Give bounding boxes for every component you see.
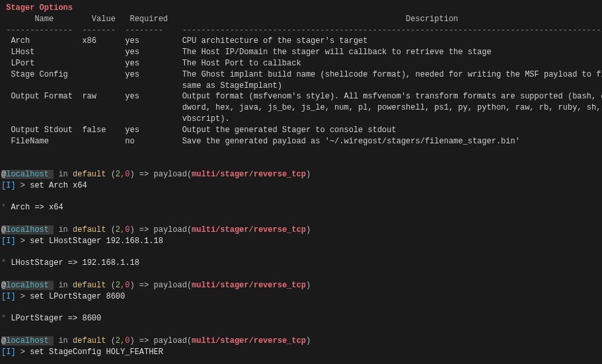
prompt-rparen2: ) [306,225,311,235]
prompt-default: default [73,281,106,290]
table-row-cont: vbscript). [1,114,230,124]
stager-options-title: Stager Options [1,3,73,13]
echo-text: LHostStager => 192.168.1.18 [11,258,139,268]
prompt-count1: 2 [116,225,120,235]
prompt-count1: 2 [116,170,120,179]
echo-star: * [1,314,6,323]
prompt-host: localhost [6,281,49,290]
table-separator: -------------- ------- -------- --------… [1,26,602,35]
badge-rbracket: ] [11,292,15,301]
prompt-payload-path: multi/stager/reverse_tcp [192,225,306,235]
table-row: LHost yes The Host IP/Domain the stager … [1,48,492,57]
command-input[interactable]: set LPortStager 8600 [30,292,125,301]
prompt-rparen: ) [130,170,134,179]
command-input[interactable]: set Arch x64 [30,181,87,190]
prompt-host: localhost [6,170,49,179]
command-input[interactable]: set StageConfig HOLY_FEATHER [30,347,163,357]
badge-gt: > [16,292,30,301]
prompt-lparen: ( [106,281,115,290]
prompt-host: localhost [6,336,49,346]
table-row: Output Stdout false yes Output the gener… [1,126,396,135]
prompt-payload-path: multi/stager/reverse_tcp [192,170,306,179]
badge-gt: > [16,237,30,246]
badge-gt: > [16,181,30,190]
table-row: Arch x86 yes CPU architecture of the sta… [1,36,368,46]
prompt-lparen: ( [106,170,115,179]
prompt-rparen: ) [130,336,134,346]
prompt-payload-path: multi/stager/reverse_tcp [192,336,306,346]
prompt-lparen: ( [106,225,115,235]
prompt-count1: 2 [116,281,120,290]
prompt-arrow: => [135,336,154,346]
prompt-arrow: => [135,170,154,179]
echo-text: LPortStager => 8600 [11,314,101,323]
prompt-rparen: ) [130,225,134,235]
prompt-host: localhost [6,225,49,235]
prompt-count1: 2 [116,336,120,346]
table-row: LPort yes The Host Port to callback [1,59,301,68]
table-row: Output Format raw yes Output format (msf… [1,92,602,101]
prompt-default: default [73,225,106,235]
prompt-in: in [54,336,73,346]
prompt-default: default [73,336,106,346]
prompt-arrow: => [135,281,154,290]
echo-star: * [1,258,6,268]
prompt-default: default [73,170,106,179]
table-row: FileName no Save the generated payload a… [1,137,520,146]
command-input[interactable]: set LHostStager 192.168.1.18 [30,237,163,246]
prompt-in: in [54,170,73,179]
prompt-in: in [54,225,73,235]
prompt-payload-word: payload( [153,170,192,179]
badge-rbracket: ] [11,347,15,357]
prompt-rparen2: ) [306,281,311,290]
prompt-payload-path: multi/stager/reverse_tcp [192,281,306,290]
prompt-rparen2: ) [306,170,311,179]
prompt-rparen: ) [130,281,134,290]
badge-rbracket: ] [11,181,15,190]
badge-gt: > [16,347,30,357]
badge-rbracket: ] [11,237,15,246]
prompt-payload-word: payload( [153,281,192,290]
prompt-payload-word: payload( [153,225,192,235]
prompt-lparen: ( [106,336,115,346]
table-header: Name Value Required Description [1,15,602,24]
prompt-in: in [54,281,73,290]
prompt-rparen2: ) [306,336,311,346]
echo-text: Arch => x64 [11,203,63,212]
prompt-payload-word: payload( [153,336,192,346]
echo-star: * [1,203,6,212]
table-row-cont: same as StageImplant) [1,81,282,91]
prompt-arrow: => [135,225,154,235]
terminal-output: Stager Options Name Value Required Descr… [0,0,602,364]
table-row: Stage Config yes The Ghost implant build… [1,70,602,79]
table-row-cont: dword, hex, java, js_be, js_le, num, pl,… [1,103,602,112]
